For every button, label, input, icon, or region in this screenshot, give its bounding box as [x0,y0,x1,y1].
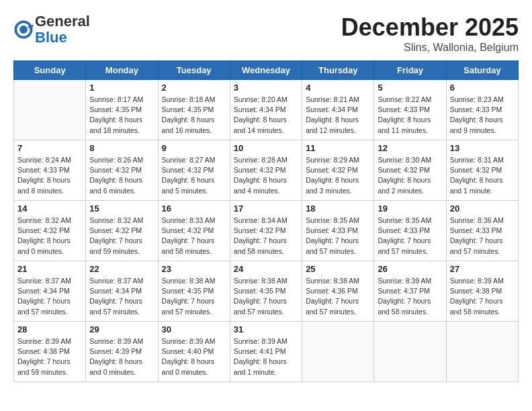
calendar-cell [14,80,86,140]
day-info: Sunrise: 8:28 AMSunset: 4:32 PMDaylight:… [234,155,298,196]
calendar-cell: 25Sunrise: 8:38 AMSunset: 4:36 PMDayligh… [302,261,374,322]
calendar-cell: 8Sunrise: 8:26 AMSunset: 4:32 PMDaylight… [86,140,158,201]
day-number: 24 [234,264,298,274]
calendar-cell: 30Sunrise: 8:39 AMSunset: 4:40 PMDayligh… [158,322,230,382]
day-info: Sunrise: 8:39 AMSunset: 4:37 PMDaylight:… [378,276,442,317]
calendar-cell: 11Sunrise: 8:29 AMSunset: 4:32 PMDayligh… [302,140,374,201]
day-number: 13 [450,143,515,153]
day-info: Sunrise: 8:38 AMSunset: 4:36 PMDaylight:… [306,276,370,317]
day-number: 10 [234,143,298,153]
calendar-cell: 15Sunrise: 8:32 AMSunset: 4:32 PMDayligh… [86,201,158,261]
day-info: Sunrise: 8:20 AMSunset: 4:34 PMDaylight:… [234,95,298,136]
calendar-cell: 7Sunrise: 8:24 AMSunset: 4:33 PMDaylight… [14,140,86,201]
day-number: 11 [306,143,370,153]
calendar-cell: 20Sunrise: 8:36 AMSunset: 4:33 PMDayligh… [446,201,518,261]
day-number: 23 [162,264,226,274]
day-header-row: SundayMondayTuesdayWednesdayThursdayFrid… [14,61,519,80]
location-text: Slins, Wallonia, Belgium [341,42,519,54]
day-info: Sunrise: 8:39 AMSunset: 4:40 PMDaylight:… [162,336,226,377]
calendar-cell: 14Sunrise: 8:32 AMSunset: 4:32 PMDayligh… [14,201,86,261]
day-number: 19 [378,203,442,214]
svg-point-2 [19,26,28,34]
day-number: 16 [162,203,226,214]
calendar-week-1: 1Sunrise: 8:17 AMSunset: 4:35 PMDaylight… [14,80,519,140]
day-info: Sunrise: 8:39 AMSunset: 4:38 PMDaylight:… [450,276,515,317]
calendar-cell: 13Sunrise: 8:31 AMSunset: 4:32 PMDayligh… [446,140,518,201]
day-info: Sunrise: 8:24 AMSunset: 4:33 PMDaylight:… [17,155,82,196]
calendar-table: SundayMondayTuesdayWednesdayThursdayFrid… [13,60,519,382]
day-number: 28 [17,324,82,334]
day-header-friday: Friday [374,61,446,80]
day-number: 4 [306,83,370,93]
logo-icon [13,19,34,40]
day-info: Sunrise: 8:21 AMSunset: 4:34 PMDaylight:… [306,95,370,136]
day-number: 30 [162,324,226,334]
logo: General Blue [13,13,90,46]
day-info: Sunrise: 8:38 AMSunset: 4:35 PMDaylight:… [162,276,226,317]
calendar-cell: 6Sunrise: 8:23 AMSunset: 4:33 PMDaylight… [446,80,518,140]
day-number: 18 [306,203,370,214]
calendar-cell: 21Sunrise: 8:37 AMSunset: 4:34 PMDayligh… [14,261,86,322]
day-info: Sunrise: 8:35 AMSunset: 4:33 PMDaylight:… [378,216,442,257]
day-number: 27 [450,264,515,274]
day-info: Sunrise: 8:32 AMSunset: 4:32 PMDaylight:… [17,216,82,257]
day-number: 6 [450,83,515,93]
day-number: 21 [17,264,82,274]
calendar-cell: 16Sunrise: 8:33 AMSunset: 4:32 PMDayligh… [158,201,230,261]
day-number: 17 [234,203,298,214]
day-number: 5 [378,83,442,93]
day-info: Sunrise: 8:37 AMSunset: 4:34 PMDaylight:… [17,276,82,317]
day-header-saturday: Saturday [446,61,518,80]
calendar-cell: 10Sunrise: 8:28 AMSunset: 4:32 PMDayligh… [230,140,302,201]
day-number: 7 [17,143,82,153]
calendar-cell: 18Sunrise: 8:35 AMSunset: 4:33 PMDayligh… [302,201,374,261]
calendar-cell: 27Sunrise: 8:39 AMSunset: 4:38 PMDayligh… [446,261,518,322]
day-info: Sunrise: 8:32 AMSunset: 4:32 PMDaylight:… [89,216,154,257]
day-number: 2 [162,83,226,93]
page-header: General Blue December 2025 Slins, Wallon… [13,13,519,54]
day-header-monday: Monday [86,61,158,80]
day-info: Sunrise: 8:17 AMSunset: 4:35 PMDaylight:… [89,95,154,136]
logo-general-text: General [35,13,90,30]
day-info: Sunrise: 8:38 AMSunset: 4:35 PMDaylight:… [234,276,298,317]
day-info: Sunrise: 8:22 AMSunset: 4:33 PMDaylight:… [378,95,442,136]
day-info: Sunrise: 8:37 AMSunset: 4:34 PMDaylight:… [89,276,154,317]
calendar-week-3: 14Sunrise: 8:32 AMSunset: 4:32 PMDayligh… [14,201,519,261]
day-info: Sunrise: 8:33 AMSunset: 4:32 PMDaylight:… [162,216,226,257]
calendar-cell: 12Sunrise: 8:30 AMSunset: 4:32 PMDayligh… [374,140,446,201]
day-info: Sunrise: 8:30 AMSunset: 4:32 PMDaylight:… [378,155,442,196]
day-number: 8 [89,143,154,153]
calendar-cell: 3Sunrise: 8:20 AMSunset: 4:34 PMDaylight… [230,80,302,140]
day-number: 12 [378,143,442,153]
day-number: 26 [378,264,442,274]
calendar-cell [302,322,374,382]
month-title: December 2025 [341,13,519,42]
title-block: December 2025 Slins, Wallonia, Belgium [341,13,519,54]
calendar-cell: 24Sunrise: 8:38 AMSunset: 4:35 PMDayligh… [230,261,302,322]
day-info: Sunrise: 8:39 AMSunset: 4:41 PMDaylight:… [234,336,298,377]
calendar-cell: 23Sunrise: 8:38 AMSunset: 4:35 PMDayligh… [158,261,230,322]
calendar-cell: 1Sunrise: 8:17 AMSunset: 4:35 PMDaylight… [86,80,158,140]
day-info: Sunrise: 8:26 AMSunset: 4:32 PMDaylight:… [89,155,154,196]
calendar-cell: 17Sunrise: 8:34 AMSunset: 4:32 PMDayligh… [230,201,302,261]
calendar-cell: 5Sunrise: 8:22 AMSunset: 4:33 PMDaylight… [374,80,446,140]
calendar-cell [446,322,518,382]
day-header-tuesday: Tuesday [158,61,230,80]
day-number: 29 [89,324,154,334]
calendar-cell: 19Sunrise: 8:35 AMSunset: 4:33 PMDayligh… [374,201,446,261]
day-number: 20 [450,203,515,214]
day-info: Sunrise: 8:34 AMSunset: 4:32 PMDaylight:… [234,216,298,257]
day-number: 1 [89,83,154,93]
calendar-cell: 28Sunrise: 8:39 AMSunset: 4:38 PMDayligh… [14,322,86,382]
calendar-cell: 4Sunrise: 8:21 AMSunset: 4:34 PMDaylight… [302,80,374,140]
logo-blue-text: Blue [35,29,67,46]
day-info: Sunrise: 8:36 AMSunset: 4:33 PMDaylight:… [450,216,515,257]
calendar-cell: 31Sunrise: 8:39 AMSunset: 4:41 PMDayligh… [230,322,302,382]
day-number: 3 [234,83,298,93]
day-info: Sunrise: 8:35 AMSunset: 4:33 PMDaylight:… [306,216,370,257]
day-number: 22 [89,264,154,274]
day-header-sunday: Sunday [14,61,86,80]
calendar-week-5: 28Sunrise: 8:39 AMSunset: 4:38 PMDayligh… [14,322,519,382]
calendar-cell: 9Sunrise: 8:27 AMSunset: 4:32 PMDaylight… [158,140,230,201]
day-number: 15 [89,203,154,214]
